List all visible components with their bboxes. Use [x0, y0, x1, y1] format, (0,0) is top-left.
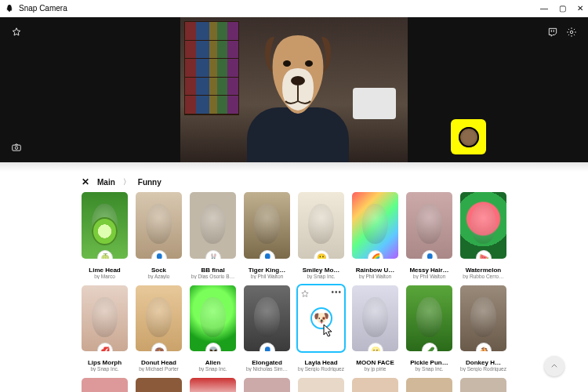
- subject-torso: [247, 107, 349, 162]
- lens-thumbnail[interactable]: 🍩: [136, 285, 182, 352]
- lens-card[interactable]: 👤Messy Hair…by Phil Walton: [406, 192, 452, 279]
- lens-name: Watermelon: [460, 267, 506, 274]
- lens-name: Smiley Mo…: [298, 267, 344, 274]
- lens-card[interactable]: 👤Tiger King…by Phil Walton: [244, 192, 290, 279]
- lens-thumbnail[interactable]: [352, 378, 398, 392]
- lens-thumbnail[interactable]: [298, 378, 344, 392]
- lens-badge-icon: 🐴: [476, 343, 492, 351]
- lens-card[interactable]: [244, 378, 290, 392]
- lens-thumbnail[interactable]: 💋: [82, 285, 128, 352]
- lens-card[interactable]: 🐴Donkey H…by Sergio Rodriguez: [460, 285, 506, 372]
- lens-author: by Snap Inc.: [298, 274, 344, 279]
- lens-badge-icon: 🍉: [476, 250, 492, 259]
- breadcrumb-root[interactable]: Main: [97, 178, 115, 187]
- lens-badge-icon: 🌝: [368, 343, 383, 351]
- svg-point-4: [305, 60, 313, 67]
- lens-badge-icon: 👽: [205, 343, 221, 351]
- lens-thumbnail[interactable]: 🌝: [352, 285, 398, 352]
- lens-thumbnail[interactable]: 👽: [190, 285, 236, 352]
- lens-thumbnail[interactable]: [244, 378, 290, 392]
- lens-thumbnail[interactable]: 👤: [244, 285, 290, 352]
- lens-card[interactable]: [460, 378, 506, 392]
- lens-name: Messy Hair…: [406, 267, 452, 274]
- lens-name: Lips Morph: [82, 359, 128, 366]
- lens-card[interactable]: 🐰BB finalby Dias Osorio B…: [190, 192, 236, 279]
- lens-thumbnail[interactable]: •••🐶: [298, 285, 344, 352]
- lens-name: Sock: [136, 267, 182, 274]
- capture-button[interactable]: [8, 139, 25, 156]
- lens-author: by Nicholas Sim…: [244, 366, 290, 372]
- lens-thumbnail[interactable]: 🌈: [352, 192, 398, 259]
- lens-card[interactable]: 👤Sockby Azaylo: [136, 192, 182, 279]
- lens-badge-icon: 🍈: [97, 250, 113, 259]
- lens-thumbnail[interactable]: [190, 378, 236, 392]
- lens-author: by Sergio Rodriguez: [298, 366, 344, 372]
- lens-badge-icon: 🍩: [151, 343, 167, 351]
- star-icon[interactable]: [300, 288, 310, 297]
- lens-thumbnail[interactable]: [136, 378, 182, 392]
- divider-shadow: [0, 162, 588, 172]
- lens-author: by Snap Inc.: [82, 366, 128, 372]
- lens-card[interactable]: •••🐶Layla Headby Sergio Rodriguez: [298, 285, 344, 372]
- window-maximize-button[interactable]: ▢: [559, 4, 566, 13]
- lens-thumbnail[interactable]: 🐴: [460, 285, 506, 352]
- lens-card[interactable]: [82, 378, 128, 392]
- lens-browser: ✕ Main 〉 Funny 🍈Lime Headby Marco👤Sockby…: [0, 172, 588, 392]
- lens-thumbnail[interactable]: 🙂: [298, 192, 344, 259]
- camera-feed: [180, 17, 408, 162]
- lens-thumbnail[interactable]: [82, 378, 128, 392]
- lens-badge-icon: 🐰: [205, 250, 221, 259]
- lens-card[interactable]: 🌈Rainbow U…by Phil Walton: [352, 192, 398, 279]
- lens-name: BB final: [190, 267, 236, 274]
- snapcode-badge[interactable]: [451, 119, 486, 154]
- lens-card[interactable]: [406, 378, 452, 392]
- lens-author: by Phil Walton: [352, 274, 398, 279]
- svg-point-3: [283, 60, 291, 67]
- lens-badge-icon: 🥒: [422, 343, 437, 351]
- breadcrumb-close-button[interactable]: ✕: [82, 176, 89, 187]
- lens-author: by Dias Osorio B…: [190, 274, 236, 279]
- lens-card[interactable]: 👽Alienby Snap Inc.: [190, 285, 236, 372]
- lens-thumbnail[interactable]: [460, 378, 506, 392]
- scroll-to-top-button[interactable]: [544, 356, 564, 376]
- lens-card[interactable]: [352, 378, 398, 392]
- lens-card[interactable]: 🥒Pickle Pun…by Snap Inc.: [406, 285, 452, 372]
- lens-name: Donkey H…: [460, 359, 506, 366]
- lens-thumbnail[interactable]: 👤: [406, 192, 452, 259]
- lens-card[interactable]: [136, 378, 182, 392]
- svg-rect-1: [13, 145, 21, 151]
- lens-thumbnail[interactable]: 🥒: [406, 285, 452, 352]
- lens-thumbnail[interactable]: 👤: [136, 192, 182, 259]
- chevron-right-icon: 〉: [123, 177, 130, 187]
- breadcrumb-current: Funny: [138, 178, 162, 187]
- lens-badge-icon: 👤: [422, 250, 437, 259]
- lens-name: Donut Head: [136, 359, 182, 366]
- lens-thumbnail[interactable]: 🍈: [82, 192, 128, 259]
- twitch-icon[interactable]: [544, 24, 561, 41]
- lens-card[interactable]: 💋Lips Morphby Snap Inc.: [82, 285, 128, 372]
- lens-badge-icon: 🙂: [314, 250, 329, 259]
- lens-badge-icon: 👤: [260, 343, 275, 351]
- lens-thumbnail[interactable]: [406, 378, 452, 392]
- favorite-button[interactable]: [8, 24, 25, 41]
- lens-card[interactable]: 👤Elongatedby Nicholas Sim…: [244, 285, 290, 372]
- more-icon[interactable]: •••: [331, 288, 342, 296]
- lens-card[interactable]: 🌝MOON FACEby jp pirie: [352, 285, 398, 372]
- window-close-button[interactable]: ✕: [577, 4, 583, 13]
- lens-overlay-dog-head: [259, 29, 337, 115]
- lens-card[interactable]: 🍈Lime Headby Marco: [82, 192, 128, 279]
- lens-name: Alien: [190, 359, 236, 366]
- lens-thumbnail[interactable]: 🐰: [190, 192, 236, 259]
- settings-button[interactable]: [563, 24, 580, 41]
- lens-card[interactable]: 🍩Donut Headby Michael Porter: [136, 285, 182, 372]
- lens-card[interactable]: [190, 378, 236, 392]
- lens-author: by Azaylo: [136, 274, 182, 279]
- lens-author: by Phil Walton: [244, 274, 290, 279]
- lens-card[interactable]: [298, 378, 344, 392]
- lens-card[interactable]: 🍉Watermelonby Rubbo Cerro…: [460, 192, 506, 279]
- lens-card[interactable]: 🙂Smiley Mo…by Snap Inc.: [298, 192, 344, 279]
- window-minimize-button[interactable]: —: [540, 4, 548, 13]
- lens-thumbnail[interactable]: 🍉: [460, 192, 506, 259]
- lens-author: by Rubbo Cerro…: [460, 274, 506, 279]
- lens-thumbnail[interactable]: 👤: [244, 192, 290, 259]
